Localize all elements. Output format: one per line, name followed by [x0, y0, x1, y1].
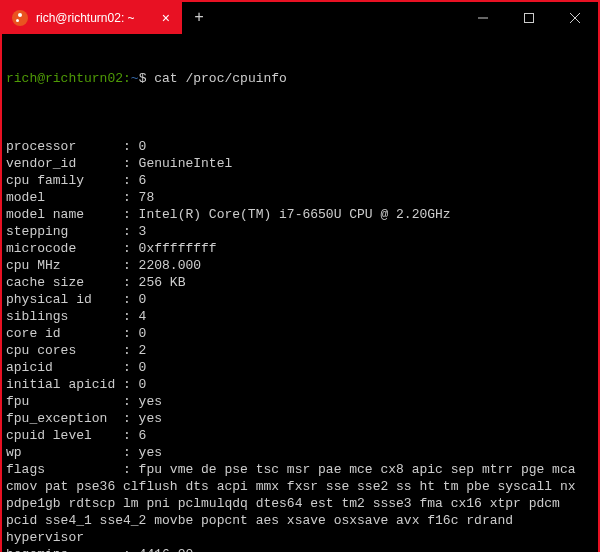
tab-title: rich@richturn02: ~ [36, 11, 152, 25]
tab-close-icon[interactable]: × [160, 9, 172, 27]
cpuinfo-row-microcode: microcode : 0xffffffff [6, 240, 594, 257]
cpuinfo-row-processor: processor : 0 [6, 138, 594, 155]
titlebar: rich@richturn02: ~ × + [2, 2, 598, 34]
ubuntu-icon [12, 10, 28, 26]
cpuinfo-row-core_id: core id : 0 [6, 325, 594, 342]
cpuinfo-row-initial_apicid: initial apicid : 0 [6, 376, 594, 393]
window-controls [460, 2, 598, 34]
prompt-path: ~ [131, 71, 139, 86]
terminal-body[interactable]: rich@richturn02:~$ cat /proc/cpuinfo pro… [2, 34, 598, 552]
tab-active[interactable]: rich@richturn02: ~ × [2, 2, 182, 34]
minimize-button[interactable] [460, 2, 506, 34]
cpuinfo-row-physical_id: physical id : 0 [6, 291, 594, 308]
prompt-suffix: $ [139, 71, 155, 86]
cpuinfo-row-apicid: apicid : 0 [6, 359, 594, 376]
cpuinfo-row-cpu_cores: cpu cores : 2 [6, 342, 594, 359]
maximize-button[interactable] [506, 2, 552, 34]
close-button[interactable] [552, 2, 598, 34]
command-output: processor : 0vendor_id : GenuineIntelcpu… [6, 138, 594, 552]
cpuinfo-row-wp: wp : yes [6, 444, 594, 461]
minimize-icon [478, 13, 488, 23]
prompt-line: rich@richturn02:~$ cat /proc/cpuinfo [6, 70, 594, 87]
cpuinfo-row-cpuid_level: cpuid level : 6 [6, 427, 594, 444]
cpuinfo-row-vendor_id: vendor_id : GenuineIntel [6, 155, 594, 172]
prompt-sep: : [123, 71, 131, 86]
cpuinfo-row-siblings: siblings : 4 [6, 308, 594, 325]
terminal-window: rich@richturn02: ~ × + rich@richturn02:~… [2, 2, 598, 552]
command-text: cat /proc/cpuinfo [154, 71, 287, 86]
titlebar-spacer [216, 2, 460, 34]
cpuinfo-row-cache_size: cache size : 256 KB [6, 274, 594, 291]
maximize-icon [524, 13, 534, 23]
cpuinfo-row-cpu_mhz: cpu MHz : 2208.000 [6, 257, 594, 274]
cpuinfo-row-model: model : 78 [6, 189, 594, 206]
cpuinfo-row-model_name: model name : Intel(R) Core(TM) i7-6650U … [6, 206, 594, 223]
svg-rect-1 [525, 14, 534, 23]
cpuinfo-row-fpu_exception: fpu_exception : yes [6, 410, 594, 427]
cpuinfo-row-stepping: stepping : 3 [6, 223, 594, 240]
cpuinfo-row-flags: flags : fpu vme de pse tsc msr pae mce c… [6, 461, 594, 546]
close-icon [570, 13, 580, 23]
cpuinfo-row-bogomips: bogomips : 4416.00 [6, 546, 594, 552]
new-tab-button[interactable]: + [182, 2, 216, 34]
prompt-user-host: rich@richturn02 [6, 71, 123, 86]
cpuinfo-row-cpu_family: cpu family : 6 [6, 172, 594, 189]
cpuinfo-row-fpu: fpu : yes [6, 393, 594, 410]
